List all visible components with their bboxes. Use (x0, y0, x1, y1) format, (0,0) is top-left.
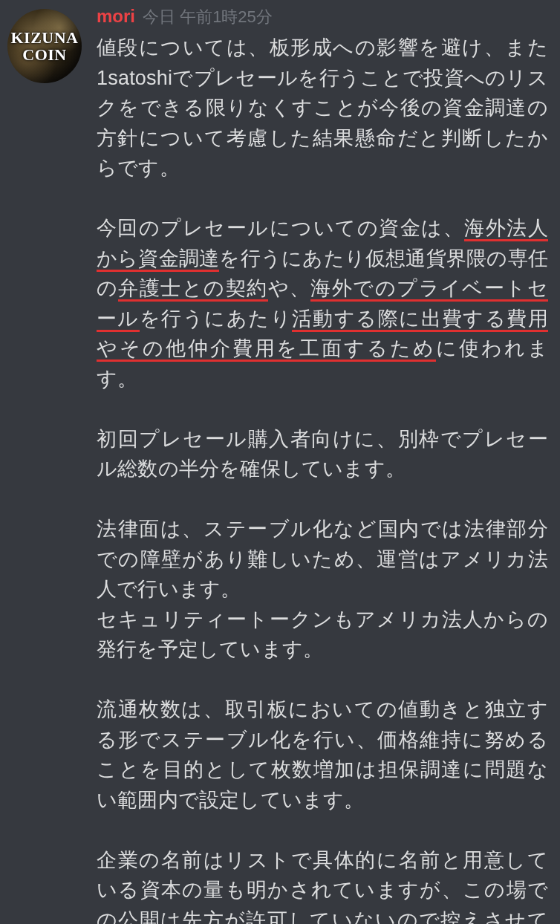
paragraph-6: 企業の名前はリストで具体的に名前と用意している資本の量も明かされていますが、この… (97, 845, 548, 925)
avatar-logo-text: KIZUNA COIN (10, 29, 78, 63)
message: KIZUNA COIN mori 今日 午前1時25分 値段については、板形成へ… (7, 6, 548, 924)
avatar-line2: COIN (22, 45, 66, 64)
avatar-line1: KIZUNA (10, 28, 78, 47)
paragraph-1: 値段については、板形成への影響を避け、また1satoshiでプレセールを行うこと… (97, 33, 548, 183)
message-body: 値段については、板形成への影響を避け、また1satoshiでプレセールを行うこと… (97, 33, 548, 924)
paragraph-4b: セキュリティートークンもアメリカ法人からの発行を予定しています。 (97, 605, 548, 665)
paragraph-2: 今回のプレセールについての資金は、海外法人から資金調達を行うにあたり仮想通貨界隈… (97, 213, 548, 394)
p2-seg4: を行うにあたり (140, 308, 292, 330)
paragraph-4a: 法律面は、ステーブル化など国内では法律部分での障壁があり難しいため、運営はアメリ… (97, 514, 548, 605)
paragraph-5: 流通枚数は、取引板においての値動きと独立する形でステーブル化を行い、価格維持に努… (97, 694, 548, 815)
p2-underline-2: 弁護士との契約 (118, 277, 267, 302)
timestamp: 今日 午前1時25分 (143, 6, 273, 28)
p2-seg3: や、 (268, 277, 311, 299)
message-content: mori 今日 午前1時25分 値段については、板形成への影響を避け、また1sa… (97, 6, 548, 924)
username[interactable]: mori (97, 6, 135, 27)
p2-seg1: 今回のプレセールについての資金は、 (97, 217, 464, 239)
avatar[interactable]: KIZUNA COIN (7, 9, 82, 83)
message-header: mori 今日 午前1時25分 (97, 6, 548, 28)
paragraph-3: 初回プレセール購入者向けに、別枠でプレセール総数の半分を確保しています。 (97, 424, 548, 484)
